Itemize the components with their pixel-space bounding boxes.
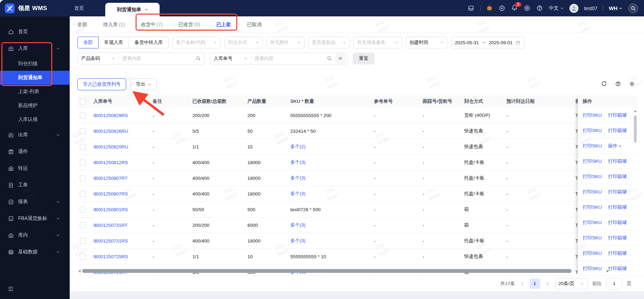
topnav-home[interactable]: 首页	[74, 0, 84, 16]
filter-select-是否是新品[interactable]: 是否是新品	[308, 37, 350, 48]
filter-select-到仓方式[interactable]: 到仓方式	[224, 37, 263, 48]
reset-button[interactable]: 重置	[353, 53, 375, 64]
operation-link-wrap[interactable]: 打印箱唛	[608, 128, 627, 134]
operation-link-wrap[interactable]: 打印箱唛	[608, 174, 627, 180]
print-sku-link[interactable]: 打印SKU	[583, 158, 602, 164]
row-checkbox[interactable]	[80, 128, 86, 134]
sidebar-item-FBA退货换标[interactable]: aFBA退货换标	[0, 210, 70, 227]
sidebar-item-新品维护[interactable]: 新品维护	[0, 99, 70, 113]
column-settings-icon[interactable]	[629, 80, 635, 87]
row-checkbox[interactable]	[80, 191, 86, 197]
operation-link-wrap[interactable]: 操作	[608, 143, 622, 149]
language-switcher[interactable]: 中文	[549, 5, 564, 12]
table-help-icon[interactable]	[615, 80, 621, 87]
print-sku-link[interactable]: 打印SKU	[583, 174, 602, 180]
status-tab-已收货[interactable]: 已收货(0)	[178, 22, 200, 28]
operation-link[interactable]: 打印箱唛	[608, 235, 627, 241]
status-tab-待入库[interactable]: 待入库(1)	[103, 22, 125, 28]
vertical-scrollbar[interactable]	[633, 109, 637, 262]
filter-select-创建时间[interactable]: 创建时间	[406, 37, 447, 48]
print-sku-link[interactable]: 打印SKU	[583, 112, 602, 118]
page-number-button[interactable]: 1	[530, 278, 540, 289]
global-search-button[interactable]	[628, 3, 638, 14]
next-page-icon[interactable]	[545, 281, 550, 286]
cell-value-sku[interactable]: 多个(3)	[290, 191, 306, 197]
cell-value-sku[interactable]: 多个(3)	[290, 222, 306, 228]
page-size-select[interactable]: 20条/页	[555, 278, 588, 289]
horizontal-scrollbar-thumb[interactable]	[82, 269, 572, 273]
print-sku-link[interactable]: 打印SKU	[583, 128, 602, 134]
sidebar-item-入库认领[interactable]: 入库认领	[0, 113, 70, 127]
row-checkbox[interactable]	[80, 207, 86, 213]
operation-link-wrap[interactable]: 打印箱唛	[608, 158, 627, 164]
cell-value-order_no[interactable]: IB001250826RU	[93, 129, 128, 134]
chevron-down-icon[interactable]	[144, 8, 148, 12]
sidebar-item-到货通知单[interactable]: 到货通知单	[0, 71, 70, 85]
cell-value-sku[interactable]: 多个(2)	[290, 144, 306, 150]
sidebar-item-上架-列表[interactable]: 上架-列表	[0, 85, 70, 99]
cell-value-order_no[interactable]: IB001250812RS	[93, 160, 128, 165]
cell-value-order_no[interactable]: IB001250725RS	[93, 254, 128, 259]
sidebar-collapse-icon[interactable]	[7, 285, 15, 293]
operation-link[interactable]: 打印箱唛	[608, 266, 627, 272]
operation-link-wrap[interactable]: 打印箱唛	[608, 220, 627, 226]
operation-link[interactable]: 打印箱唛	[608, 174, 627, 180]
cell-value-order_no[interactable]: IB001250807RS	[93, 191, 128, 197]
cell-value-order_no[interactable]: IB001250807RT	[93, 176, 128, 181]
sidebar-item-基础数据[interactable]: 基础数据	[0, 244, 70, 260]
username[interactable]: test07	[584, 6, 597, 11]
cell-value-sku[interactable]: 多个(3)	[290, 175, 306, 181]
cell-value-order_no[interactable]: IB001250801RS	[93, 207, 128, 212]
status-tab-全部[interactable]: 全部	[77, 22, 87, 28]
row-checkbox[interactable]	[80, 144, 86, 150]
scroll-left-icon[interactable]	[77, 269, 82, 273]
operation-link-wrap[interactable]: 打印箱唛	[608, 266, 627, 272]
cell-value-order_no[interactable]: IB001250731RT	[93, 223, 128, 228]
cell-value-sku[interactable]: 多个(3)	[290, 238, 306, 244]
sidebar-item-报表[interactable]: 报表	[0, 193, 70, 210]
import-received-serial-button[interactable]: 导入已收货序列号	[77, 78, 126, 90]
row-checkbox[interactable]	[80, 113, 86, 118]
refresh-icon[interactable]	[601, 80, 607, 87]
search-type-select[interactable]: 入库单号	[210, 53, 251, 64]
date-range-picker[interactable]: 2025-05-31 2025-09-01	[451, 37, 524, 48]
sidebar-item-首页[interactable]: 首页	[0, 23, 70, 40]
operation-link-wrap[interactable]: 打印箱唛	[608, 204, 627, 210]
operation-link[interactable]: 打印箱唛	[608, 204, 627, 210]
print-sku-link[interactable]: 打印SKU	[583, 204, 602, 210]
status-tab-已上架[interactable]: 已上架	[216, 22, 231, 28]
scroll-up-icon[interactable]	[633, 109, 637, 113]
print-sku-link[interactable]: 打印SKU	[583, 220, 602, 226]
row-checkbox[interactable]	[80, 254, 86, 260]
operation-link-wrap[interactable]: 打印箱唛	[608, 235, 627, 241]
sidebar-item-退件[interactable]: 退件	[0, 143, 70, 160]
row-checkbox[interactable]	[80, 222, 86, 228]
export-button[interactable]: 导出	[130, 78, 157, 90]
filter-select-有无附件[interactable]: 有无附件	[266, 37, 305, 48]
filter-select-客户名称/代码[interactable]: 客户名称/代码	[172, 37, 221, 48]
row-checkbox[interactable]	[80, 175, 86, 181]
operation-link[interactable]: 打印箱唛	[608, 189, 627, 195]
active-page-tab[interactable]: 到货通知单	[105, 3, 160, 16]
operation-link[interactable]: 操作	[608, 143, 618, 149]
row-checkbox[interactable]	[80, 160, 86, 166]
robot-assistant-icon[interactable]	[486, 5, 493, 12]
warehouse-switcher[interactable]: WH	[609, 5, 622, 11]
operation-link[interactable]: 打印箱唛	[608, 128, 627, 134]
workbench-icon[interactable]	[524, 5, 531, 12]
sidebar-item-库内[interactable]: 库内	[0, 227, 70, 244]
print-sku-link[interactable]: 打印SKU	[583, 250, 602, 256]
cell-value-order_no[interactable]: IB001250829RS	[93, 113, 128, 118]
filter-lines-icon[interactable]	[336, 54, 345, 63]
operation-link[interactable]: 打印箱唛	[608, 250, 627, 256]
sidebar-item-到仓扫描[interactable]: 到仓扫描	[0, 57, 70, 71]
download-center-icon[interactable]	[499, 5, 506, 12]
inbox-icon[interactable]	[468, 5, 475, 12]
type-button-全部[interactable]: 全部	[77, 37, 99, 48]
operation-link[interactable]: 打印箱唛	[608, 220, 627, 226]
type-button-备货中转入库[interactable]: 备货中转入库	[129, 37, 169, 48]
prev-page-icon[interactable]	[520, 281, 525, 286]
operation-link-wrap[interactable]: 打印箱唛	[608, 189, 627, 195]
sidebar-item-入库[interactable]: 入库	[0, 40, 70, 57]
search-type-select[interactable]: 产品条码	[78, 53, 119, 64]
